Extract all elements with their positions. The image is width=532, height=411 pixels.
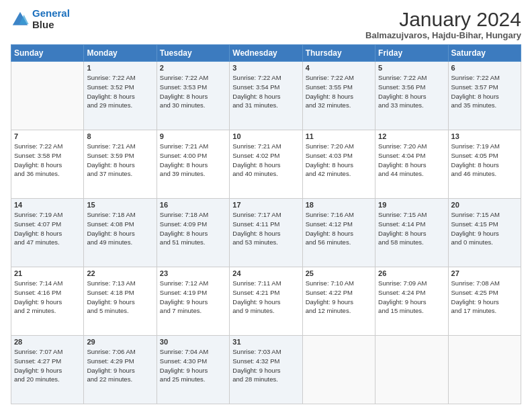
calendar-cell: 9 Sunrise: 7:21 AMSunset: 4:00 PMDayligh…	[157, 130, 229, 199]
calendar-cell: 16 Sunrise: 7:18 AMSunset: 4:09 PMDaylig…	[157, 199, 229, 267]
day-info: Sunrise: 7:04 AMSunset: 4:30 PMDaylight:…	[160, 347, 226, 384]
month-title: January 2024	[365, 8, 521, 30]
day-number: 25	[306, 269, 372, 277]
day-info: Sunrise: 7:21 AMSunset: 4:02 PMDaylight:…	[232, 142, 299, 179]
day-info: Sunrise: 7:18 AMSunset: 4:09 PMDaylight:…	[160, 210, 226, 247]
day-info: Sunrise: 7:22 AMSunset: 3:54 PMDaylight:…	[232, 73, 299, 110]
day-number: 20	[451, 201, 518, 209]
week-row-3: 21 Sunrise: 7:14 AMSunset: 4:16 PMDaylig…	[11, 267, 521, 336]
calendar-cell: 26 Sunrise: 7:09 AMSunset: 4:24 PMDaylig…	[375, 267, 448, 336]
calendar-cell	[375, 336, 448, 404]
day-header-wednesday: Wednesday	[230, 45, 302, 62]
day-info: Sunrise: 7:20 AMSunset: 4:03 PMDaylight:…	[306, 142, 372, 179]
logo-line2: Blue	[32, 19, 70, 31]
day-number: 23	[160, 269, 226, 277]
calendar-cell: 1 Sunrise: 7:22 AMSunset: 3:52 PMDayligh…	[84, 62, 157, 130]
day-number: 19	[378, 201, 445, 209]
calendar-cell: 4 Sunrise: 7:22 AMSunset: 3:55 PMDayligh…	[302, 62, 375, 130]
day-info: Sunrise: 7:22 AMSunset: 3:57 PMDaylight:…	[451, 73, 518, 110]
calendar-cell	[11, 62, 84, 130]
calendar-cell: 29 Sunrise: 7:06 AMSunset: 4:29 PMDaylig…	[84, 336, 157, 404]
calendar-cell: 20 Sunrise: 7:15 AMSunset: 4:15 PMDaylig…	[448, 199, 521, 267]
day-number: 24	[232, 269, 299, 277]
day-info: Sunrise: 7:17 AMSunset: 4:11 PMDaylight:…	[232, 210, 299, 247]
day-number: 8	[87, 132, 153, 140]
day-info: Sunrise: 7:21 AMSunset: 4:00 PMDaylight:…	[160, 142, 226, 179]
day-info: Sunrise: 7:06 AMSunset: 4:29 PMDaylight:…	[87, 347, 153, 384]
calendar-cell: 22 Sunrise: 7:13 AMSunset: 4:18 PMDaylig…	[84, 267, 157, 336]
calendar-cell: 23 Sunrise: 7:12 AMSunset: 4:19 PMDaylig…	[157, 267, 229, 336]
calendar-cell	[302, 336, 375, 404]
day-number: 17	[232, 201, 299, 209]
calendar-cell: 17 Sunrise: 7:17 AMSunset: 4:11 PMDaylig…	[230, 199, 302, 267]
calendar-cell	[448, 336, 521, 404]
calendar-header-row: SundayMondayTuesdayWednesdayThursdayFrid…	[11, 45, 521, 62]
day-info: Sunrise: 7:22 AMSunset: 3:56 PMDaylight:…	[378, 73, 445, 110]
calendar-cell: 5 Sunrise: 7:22 AMSunset: 3:56 PMDayligh…	[375, 62, 448, 130]
day-info: Sunrise: 7:08 AMSunset: 4:25 PMDaylight:…	[451, 279, 518, 316]
calendar-cell: 31 Sunrise: 7:03 AMSunset: 4:32 PMDaylig…	[230, 336, 302, 404]
day-number: 21	[14, 269, 81, 277]
day-number: 1	[87, 64, 153, 72]
calendar-table: SundayMondayTuesdayWednesdayThursdayFrid…	[11, 44, 521, 404]
day-number: 4	[306, 64, 372, 72]
day-number: 13	[451, 132, 518, 140]
day-info: Sunrise: 7:21 AMSunset: 3:59 PMDaylight:…	[87, 142, 153, 179]
calendar-cell: 7 Sunrise: 7:22 AMSunset: 3:58 PMDayligh…	[11, 130, 84, 199]
logo-line1: General	[32, 7, 70, 19]
day-info: Sunrise: 7:12 AMSunset: 4:19 PMDaylight:…	[160, 279, 226, 316]
calendar-cell: 14 Sunrise: 7:19 AMSunset: 4:07 PMDaylig…	[11, 199, 84, 267]
day-number: 27	[451, 269, 518, 277]
day-number: 29	[87, 338, 153, 346]
calendar-cell: 18 Sunrise: 7:16 AMSunset: 4:12 PMDaylig…	[302, 199, 375, 267]
day-number: 6	[451, 64, 518, 72]
calendar-cell: 2 Sunrise: 7:22 AMSunset: 3:53 PMDayligh…	[157, 62, 229, 130]
day-info: Sunrise: 7:13 AMSunset: 4:18 PMDaylight:…	[87, 279, 153, 316]
day-info: Sunrise: 7:11 AMSunset: 4:21 PMDaylight:…	[232, 279, 299, 316]
calendar-cell: 27 Sunrise: 7:08 AMSunset: 4:25 PMDaylig…	[448, 267, 521, 336]
title-block: January 2024 Balmazujvaros, Hajdu-Bihar,…	[365, 8, 521, 40]
location: Balmazujvaros, Hajdu-Bihar, Hungary	[365, 30, 521, 40]
logo-icon	[11, 10, 30, 29]
logo-text: General Blue	[32, 8, 70, 30]
page: General Blue January 2024 Balmazujvaros,…	[0, 0, 532, 411]
calendar-cell: 15 Sunrise: 7:18 AMSunset: 4:08 PMDaylig…	[84, 199, 157, 267]
day-info: Sunrise: 7:19 AMSunset: 4:05 PMDaylight:…	[451, 142, 518, 179]
day-number: 31	[232, 338, 299, 346]
week-row-4: 28 Sunrise: 7:07 AMSunset: 4:27 PMDaylig…	[11, 336, 521, 404]
day-number: 28	[14, 338, 81, 346]
calendar-cell: 11 Sunrise: 7:20 AMSunset: 4:03 PMDaylig…	[302, 130, 375, 199]
week-row-0: 1 Sunrise: 7:22 AMSunset: 3:52 PMDayligh…	[11, 62, 521, 130]
day-number: 15	[87, 201, 153, 209]
calendar-cell: 24 Sunrise: 7:11 AMSunset: 4:21 PMDaylig…	[230, 267, 302, 336]
day-number: 3	[232, 64, 299, 72]
day-header-tuesday: Tuesday	[157, 45, 229, 62]
calendar-cell: 28 Sunrise: 7:07 AMSunset: 4:27 PMDaylig…	[11, 336, 84, 404]
day-number: 22	[87, 269, 153, 277]
calendar-cell: 8 Sunrise: 7:21 AMSunset: 3:59 PMDayligh…	[84, 130, 157, 199]
day-number: 12	[378, 132, 445, 140]
day-info: Sunrise: 7:03 AMSunset: 4:32 PMDaylight:…	[232, 347, 299, 384]
calendar-cell: 3 Sunrise: 7:22 AMSunset: 3:54 PMDayligh…	[230, 62, 302, 130]
calendar-cell: 19 Sunrise: 7:15 AMSunset: 4:14 PMDaylig…	[375, 199, 448, 267]
day-number: 26	[378, 269, 445, 277]
calendar-cell: 6 Sunrise: 7:22 AMSunset: 3:57 PMDayligh…	[448, 62, 521, 130]
day-info: Sunrise: 7:18 AMSunset: 4:08 PMDaylight:…	[87, 210, 153, 247]
day-number: 18	[306, 201, 372, 209]
day-header-thursday: Thursday	[302, 45, 375, 62]
day-header-sunday: Sunday	[11, 45, 84, 62]
day-header-monday: Monday	[84, 45, 157, 62]
day-header-saturday: Saturday	[448, 45, 521, 62]
day-number: 16	[160, 201, 226, 209]
day-info: Sunrise: 7:22 AMSunset: 3:52 PMDaylight:…	[87, 73, 153, 110]
day-info: Sunrise: 7:19 AMSunset: 4:07 PMDaylight:…	[14, 210, 81, 247]
day-number: 9	[160, 132, 226, 140]
day-info: Sunrise: 7:15 AMSunset: 4:14 PMDaylight:…	[378, 210, 445, 247]
header: General Blue January 2024 Balmazujvaros,…	[11, 8, 521, 40]
calendar-cell: 13 Sunrise: 7:19 AMSunset: 4:05 PMDaylig…	[448, 130, 521, 199]
logo: General Blue	[11, 8, 70, 30]
day-info: Sunrise: 7:14 AMSunset: 4:16 PMDaylight:…	[14, 279, 81, 316]
day-number: 2	[160, 64, 226, 72]
calendar-cell: 10 Sunrise: 7:21 AMSunset: 4:02 PMDaylig…	[230, 130, 302, 199]
calendar-cell: 12 Sunrise: 7:20 AMSunset: 4:04 PMDaylig…	[375, 130, 448, 199]
